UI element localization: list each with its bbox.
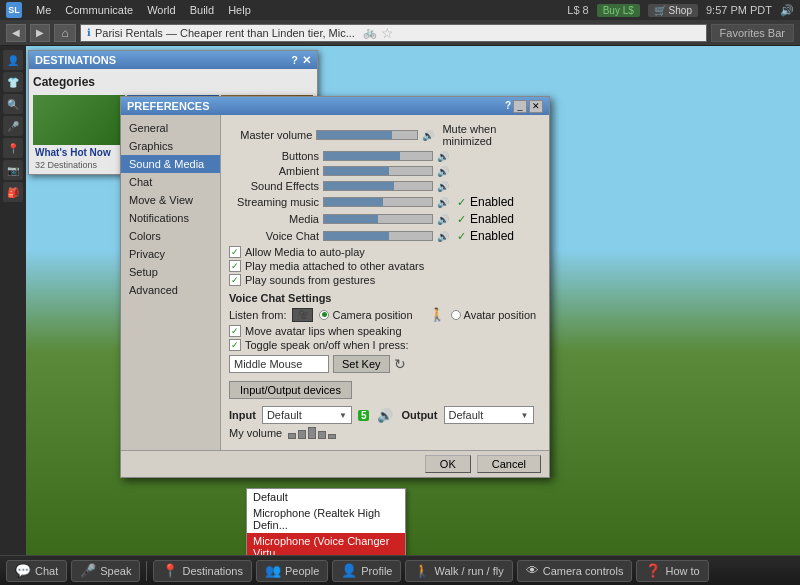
cancel-btn[interactable]: Cancel [477,455,541,473]
speak-taskbtn[interactable]: 🎤 Speak [71,560,140,582]
preferences-body: General Graphics Sound & Media Chat Move… [121,115,549,450]
play-gestures-cb[interactable]: ✓ [229,274,241,286]
media-label: Media [229,213,319,225]
toggle-speak-row[interactable]: ✓ Toggle speak on/off when I press: [229,339,541,351]
camera-radio[interactable] [319,310,329,320]
key-input[interactable]: Middle Mouse [229,355,329,373]
nav-graphics[interactable]: Graphics [121,137,220,155]
howto-icon: ❓ [645,563,661,578]
sidebar-cam-icon[interactable]: 📷 [3,160,23,180]
move-lips-cb[interactable]: ✓ [229,325,241,337]
play-attached-row[interactable]: ✓ Play media attached to other avatars [229,260,541,272]
dropdown-item-1[interactable]: Microphone (Realtek High Defin... [247,505,405,533]
address-bar[interactable]: ℹ Parisi Rentals — Cheaper rent than Lin… [80,24,707,42]
master-volume-slider[interactable] [316,130,418,140]
camera-taskbtn[interactable]: 👁 Camera controls [517,560,633,582]
howto-taskbtn[interactable]: ❓ How to [636,560,708,582]
sidebar-bag-icon[interactable]: 🎒 [3,182,23,202]
dropdown-item-0[interactable]: Default [247,489,405,505]
my-volume-row: My volume [229,427,541,439]
forward-btn[interactable]: ▶ [30,24,50,42]
nav-general[interactable]: General [121,119,220,137]
ambient-vol-icon[interactable]: 🔊 [437,166,449,177]
output-select[interactable]: Default ▼ [444,406,534,424]
ok-btn[interactable]: OK [425,455,471,473]
speak-icon: 🎤 [80,563,96,578]
buttons-slider[interactable] [323,151,433,161]
sidebar-search-icon[interactable]: 🔍 [3,94,23,114]
sidebar-map-icon[interactable]: 📍 [3,138,23,158]
listen-from-label: Listen from: [229,309,286,321]
nav-move-view[interactable]: Move & View [121,191,220,209]
voicechat-slider[interactable] [323,231,433,241]
sidebar-clothes-icon[interactable]: 👕 [3,72,23,92]
sidebar-mic-icon[interactable]: 🎤 [3,116,23,136]
avatar-radio[interactable] [451,310,461,320]
shop-btn[interactable]: 🛒 Shop [648,4,698,17]
streaming-vol-icon[interactable]: 🔊 [437,197,449,208]
back-btn[interactable]: ◀ [6,24,26,42]
play-attached-cb[interactable]: ✓ [229,260,241,272]
voice-icon: 🔊 [780,4,794,17]
camera-position-option[interactable]: Camera position [319,309,412,321]
profile-taskbtn[interactable]: 👤 Profile [332,560,401,582]
sfx-vol-icon[interactable]: 🔊 [437,181,449,192]
clock: 9:57 PM PDT [706,4,772,16]
menu-bar: SL Me Communicate World Build Help L$ 8 … [0,0,800,20]
allow-media-row[interactable]: ✓ Allow Media to auto-play [229,246,541,258]
set-key-btn[interactable]: Set Key [333,355,390,373]
home-btn[interactable]: ⌂ [54,24,76,42]
allow-media-cb[interactable]: ✓ [229,246,241,258]
move-lips-row[interactable]: ✓ Move avatar lips when speaking [229,325,541,337]
master-vol-icon[interactable]: 🔊 [422,130,434,141]
prefs-help-btn[interactable]: ? [505,100,511,113]
menu-help[interactable]: Help [228,4,251,16]
media-slider[interactable] [323,214,433,224]
nav-sound-media[interactable]: Sound & Media [121,155,220,173]
refresh-icon[interactable]: ↻ [394,356,406,372]
nav-colors[interactable]: Colors [121,227,220,245]
walk-taskbtn[interactable]: 🚶 Walk / run / fly [405,560,512,582]
streaming-slider[interactable] [323,197,433,207]
menu-communicate[interactable]: Communicate [65,4,133,16]
ambient-slider[interactable] [323,166,433,176]
sidebar-people-icon[interactable]: 👤 [3,50,23,70]
destinations-taskbtn[interactable]: 📍 Destinations [153,560,252,582]
input-dropdown[interactable]: Default Microphone (Realtek High Defin..… [246,488,406,555]
menu-world[interactable]: World [147,4,176,16]
chat-taskbtn[interactable]: 💬 Chat [6,560,67,582]
destinations-close[interactable]: ✕ [302,54,311,67]
prefs-minimize-btn[interactable]: _ [513,100,527,113]
toggle-speak-cb[interactable]: ✓ [229,339,241,351]
master-volume-row: Master volume 🔊 Mute when minimized [229,123,541,147]
destinations-help[interactable]: ? [291,54,298,66]
prefs-close-btn[interactable]: ✕ [529,100,543,113]
nav-notifications[interactable]: Notifications [121,209,220,227]
destinations-icon: 📍 [162,563,178,578]
bookmark-star[interactable]: ☆ [381,25,394,41]
key-value: Middle Mouse [234,358,302,370]
nav-advanced[interactable]: Advanced [121,281,220,299]
play-gestures-row[interactable]: ✓ Play sounds from gestures [229,274,541,286]
dropdown-item-2[interactable]: Microphone (Voice Changer Virtu [247,533,405,555]
taskbar-sep-1 [146,561,147,581]
output-select-value: Default [449,409,484,421]
nav-chat[interactable]: Chat [121,173,220,191]
sfx-slider[interactable] [323,181,433,191]
people-taskbtn[interactable]: 👥 People [256,560,328,582]
nav-setup[interactable]: Setup [121,263,220,281]
scene-sidebar: 👤 👕 🔍 🎤 📍 📷 🎒 [0,46,26,555]
dest-thumb-1[interactable] [33,95,125,145]
input-output-btn[interactable]: Input/Output devices [229,381,352,399]
camera-btn[interactable]: 🎥 [292,308,313,322]
nav-privacy[interactable]: Privacy [121,245,220,263]
avatar-position-option[interactable]: Avatar position [451,309,537,321]
input-select[interactable]: Default ▼ [262,406,352,424]
buy-linden-btn[interactable]: Buy L$ [597,4,640,17]
menu-me[interactable]: Me [36,4,51,16]
menu-build[interactable]: Build [190,4,214,16]
input-badge: 5 [358,410,370,421]
voicechat-vol-icon[interactable]: 🔊 [437,231,449,242]
media-vol-icon[interactable]: 🔊 [437,214,449,225]
buttons-vol-icon[interactable]: 🔊 [437,151,449,162]
